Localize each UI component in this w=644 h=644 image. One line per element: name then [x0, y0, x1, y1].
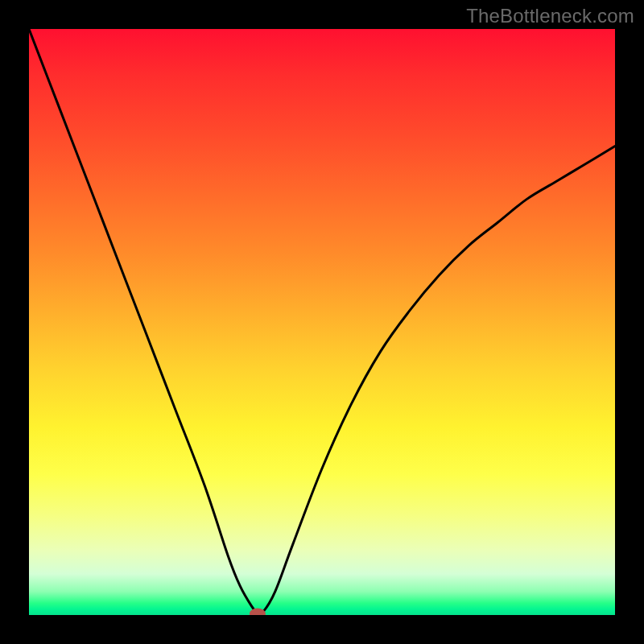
watermark-text: TheBottleneck.com: [466, 5, 634, 27]
plot-area: [29, 29, 615, 615]
minimum-marker: [250, 609, 266, 615]
bottleneck-curve: [29, 29, 615, 614]
chart-frame: TheBottleneck.com: [0, 0, 644, 644]
curve-svg: [29, 29, 615, 615]
